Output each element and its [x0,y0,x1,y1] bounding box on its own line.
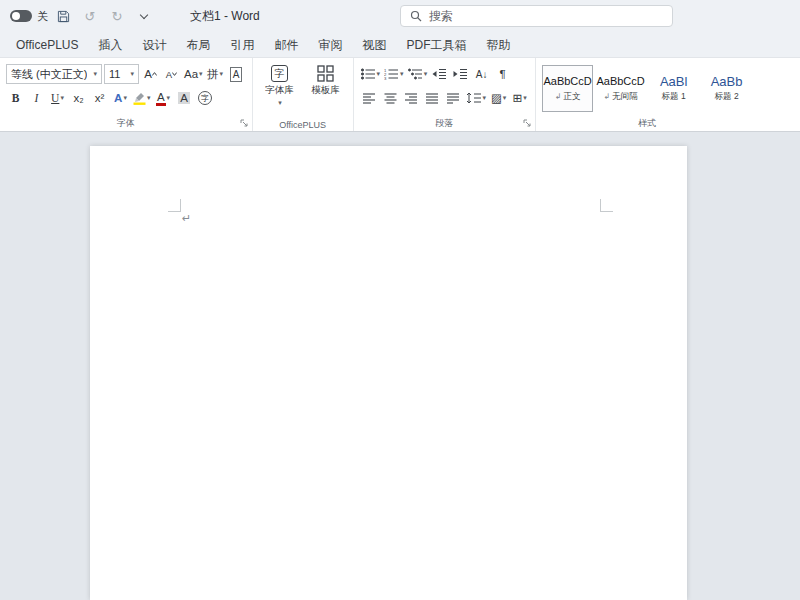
character-shading-icon: A [178,92,190,104]
font-dialog-launcher[interactable] [240,119,249,128]
shading-button[interactable]: ▨ ▾ [489,88,508,108]
bullets-icon [361,68,376,80]
font-size-combobox[interactable]: 11 ▾ [104,64,139,84]
highlighter-icon [133,91,146,105]
justify-button[interactable] [423,88,442,108]
bullets-button[interactable]: ▾ [360,64,382,84]
style-card-normal[interactable]: AaBbCcD ↲ 正文 [542,65,593,112]
font-color-button[interactable]: A ▾ [154,88,173,108]
enclose-characters-button[interactable]: 字 [196,88,215,108]
bold-icon: B [12,92,20,104]
document-page[interactable]: ↵ [90,146,687,600]
shading-icon: ▨ [491,91,502,105]
increase-indent-button[interactable] [451,64,470,84]
underline-icon: U [51,92,59,104]
multilevel-list-button[interactable]: ▾ [407,64,429,84]
enclose-characters-icon: 字 [198,91,212,105]
align-center-icon [384,93,397,104]
document-area[interactable]: ↵ [0,132,800,600]
tab-insert[interactable]: 插入 [88,33,132,57]
officeplus-group-label: OfficePLUS [253,120,353,130]
tab-references[interactable]: 引用 [220,33,264,57]
style-name: 标题 2 [715,91,739,103]
font-library-label: 字体库 [265,84,294,97]
style-name: 标题 1 [662,91,686,103]
subscript-icon: x₂ [73,92,83,104]
align-right-icon [405,93,418,104]
character-border-button[interactable]: A [227,64,246,84]
svg-text:3: 3 [384,76,387,80]
ribbon-tab-bar: OfficePLUS 插入 设计 布局 引用 邮件 审阅 视图 PDF工具箱 帮… [0,32,800,58]
style-card-heading2[interactable]: AaBb 标题 2 [701,65,752,112]
align-center-button[interactable] [381,88,400,108]
numbering-button[interactable]: 1 2 3 ▾ [383,64,405,84]
pinyin-guide-icon: 拼 [207,67,219,82]
chevron-down-icon: ▾ [503,94,507,102]
text-effects-icon: A [114,92,122,104]
underline-button[interactable]: U ▾ [48,88,67,108]
borders-button[interactable]: ⊞ ▾ [510,88,529,108]
style-sample: AaBbCcD [596,75,644,88]
sort-button[interactable]: A↓ [472,64,491,84]
template-library-button[interactable]: 模板库 [305,62,347,107]
tab-help[interactable]: 帮助 [476,33,520,57]
undo-button[interactable]: ↺ [78,4,102,28]
style-gallery: AaBbCcD ↲ 正文 AaBbCcD ↲ 无间隔 AaBl 标题 1 [542,65,752,112]
text-highlight-button[interactable]: ▾ [132,88,152,108]
decrease-indent-icon [432,68,447,80]
align-right-button[interactable] [402,88,421,108]
search-box[interactable]: 搜索 [400,5,673,27]
save-button[interactable] [51,4,75,28]
font-name-value: 等线 (中文正文) [11,67,87,82]
character-shading-button[interactable]: A [175,88,194,108]
chevron-down-icon: ▾ [60,94,64,102]
tab-officeplus[interactable]: OfficePLUS [6,33,88,57]
font-color-icon: A [156,91,166,106]
subscript-button[interactable]: x₂ [69,88,88,108]
superscript-button[interactable]: x² [90,88,109,108]
text-effects-button[interactable]: A ▾ [111,88,130,108]
line-spacing-icon [466,92,482,104]
chevron-down-icon: ▾ [130,70,134,78]
autosave-state-label: 关 [37,9,48,24]
font-name-combobox[interactable]: 等线 (中文正文) ▾ [6,64,102,84]
tab-view[interactable]: 视图 [352,33,396,57]
increase-font-size-button[interactable]: A [141,64,160,84]
undo-icon: ↺ [85,9,96,24]
pinyin-guide-button[interactable]: 拼 ▾ [206,64,225,84]
bold-button[interactable]: B [6,88,25,108]
justify-icon [426,93,439,104]
align-left-icon [363,93,376,104]
styles-group: AaBbCcD ↲ 正文 AaBbCcD ↲ 无间隔 AaBl 标题 1 [536,58,758,131]
tab-review[interactable]: 审阅 [308,33,352,57]
quick-access-more-button[interactable] [132,4,156,28]
tab-design[interactable]: 设计 [132,33,176,57]
font-library-button[interactable]: 字 字体库 ▾ [259,62,301,107]
paragraph-dialog-launcher[interactable] [523,119,532,128]
style-name: ↲ 无间隔 [604,91,638,103]
distribute-icon [447,93,460,104]
chevron-down-icon: ▾ [400,70,404,78]
show-hide-marks-button[interactable]: ¶ [493,64,512,84]
decrease-indent-button[interactable] [430,64,449,84]
distribute-button[interactable] [444,88,463,108]
font-group-label: 字体 [0,117,252,130]
tab-layout[interactable]: 布局 [176,33,220,57]
style-card-heading1[interactable]: AaBl 标题 1 [648,65,699,112]
style-sample: AaBl [660,75,687,88]
decrease-font-size-button[interactable]: A [162,64,181,84]
italic-button[interactable]: I [27,88,46,108]
chevron-down-icon: ▾ [123,94,127,102]
italic-icon: I [35,92,39,104]
style-card-no-spacing[interactable]: AaBbCcD ↲ 无间隔 [595,65,646,112]
autosave-toggle[interactable]: 关 [10,9,48,24]
tab-mailings[interactable]: 邮件 [264,33,308,57]
tab-pdf-tools[interactable]: PDF工具箱 [396,33,476,57]
redo-button[interactable]: ↻ [105,4,129,28]
align-left-button[interactable] [360,88,379,108]
change-case-button[interactable]: Aa ▾ [183,64,204,84]
save-icon [57,10,70,23]
font-size-value: 11 [109,68,120,80]
title-bar: 关 ↺ ↻ 文档1 - Word 搜索 [0,0,800,32]
line-spacing-button[interactable]: ▾ [465,88,488,108]
